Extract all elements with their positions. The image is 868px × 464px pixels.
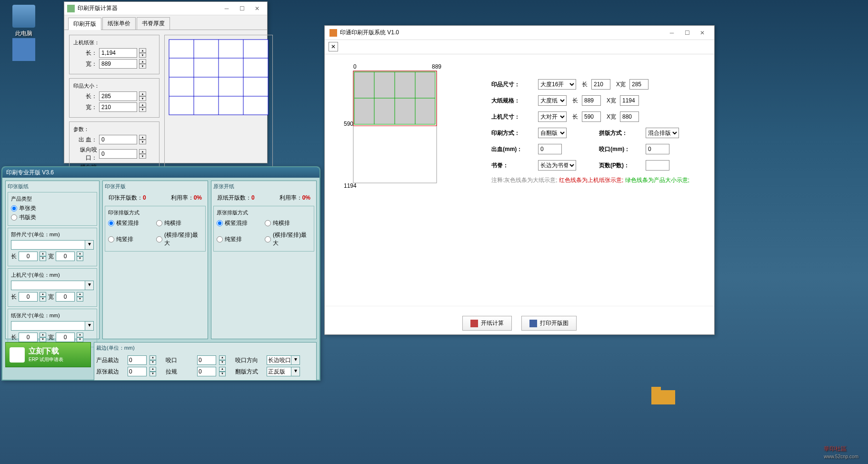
close-button[interactable]: ✕: [695, 28, 709, 38]
spinner[interactable]: ▲▼: [40, 292, 46, 302]
spinner[interactable]: ▲▼: [40, 252, 46, 261]
radio-max[interactable]: [156, 236, 162, 242]
minimize-button[interactable]: ─: [219, 4, 234, 13]
window-professional: 印刷专业开版 V3.6 印张版纸 产品类型 单张类 书版类 部件尺寸(单位：mm…: [1, 166, 320, 381]
input-paper-length[interactable]: [99, 48, 137, 58]
select-machine-preset[interactable]: 大对开: [538, 111, 567, 122]
spinner[interactable]: ▲▼: [77, 292, 83, 302]
spinner[interactable]: ▲▼: [150, 355, 156, 365]
desktop-icon-2[interactable]: [10, 38, 38, 63]
input-machine-l[interactable]: [582, 111, 601, 122]
radio-h[interactable]: [156, 220, 162, 226]
select-print-method[interactable]: 自翻版: [538, 128, 567, 138]
input-paper-w[interactable]: [620, 95, 639, 106]
input-machine-preset[interactable]: [11, 281, 85, 290]
radio-v[interactable]: [108, 236, 114, 242]
input-machine-w[interactable]: [620, 111, 639, 122]
spinner[interactable]: ▲▼: [219, 355, 226, 365]
input-paper-l[interactable]: [582, 95, 601, 106]
select-impose-method[interactable]: 混合排版: [646, 128, 679, 138]
input-product-l[interactable]: [591, 79, 610, 90]
input-grip[interactable]: [197, 355, 216, 365]
tab-spine[interactable]: 书脊厚度: [137, 17, 170, 30]
input-bleed[interactable]: [538, 144, 562, 154]
spinner[interactable]: ▲▼: [139, 91, 146, 101]
input-machine-w[interactable]: [56, 292, 75, 302]
print-button[interactable]: 打印开版图: [521, 316, 577, 331]
input-vgrip[interactable]: [99, 149, 137, 159]
spinner[interactable]: ▲▼: [139, 135, 146, 144]
maximize-button[interactable]: ☐: [680, 28, 694, 38]
input-pages[interactable]: [646, 160, 669, 171]
dropdown-button[interactable]: ▾: [85, 240, 94, 250]
radio-label: 纯竖排: [116, 235, 133, 243]
dropdown-button[interactable]: ▾: [85, 321, 94, 331]
select-paper-preset[interactable]: 大度纸: [538, 95, 567, 106]
select-product-preset[interactable]: 大度16开: [538, 79, 576, 90]
close-button[interactable]: ✕: [250, 4, 264, 13]
dropdown-button[interactable]: ▾: [291, 355, 300, 365]
label-product-size: 印品尺寸：: [491, 81, 534, 89]
label-vgrip: 纵向咬口：: [73, 146, 97, 162]
input-part-l[interactable]: [19, 252, 38, 261]
spinner[interactable]: ▲▼: [150, 367, 156, 376]
label-pages: 页数(P数)：: [599, 161, 642, 170]
input-product-w[interactable]: [629, 79, 649, 90]
select-grip-dir[interactable]: [267, 355, 291, 365]
spinner[interactable]: ▲▼: [139, 102, 146, 112]
spinner[interactable]: ▲▼: [139, 59, 146, 69]
scissors-icon: [470, 320, 478, 327]
input-part-preset[interactable]: [11, 240, 85, 250]
titlebar[interactable]: 印刷专业开版 V3.6: [2, 167, 319, 178]
input-bleed[interactable]: [99, 135, 137, 144]
taskbar-folder-icon[interactable]: [649, 383, 678, 407]
download-button[interactable]: 立刻下载ERP 试用申请表: [5, 342, 91, 367]
group-label: 印品大小：: [73, 82, 155, 90]
maximize-button[interactable]: ☐: [235, 4, 249, 13]
radio-label: 单张类: [19, 204, 36, 212]
input-paper-preset[interactable]: [11, 321, 85, 331]
spinner[interactable]: ▲▼: [77, 333, 83, 342]
radio-book[interactable]: [11, 214, 17, 221]
spinner[interactable]: ▲▼: [139, 48, 146, 58]
input-product-margin[interactable]: [128, 355, 147, 365]
close-tool-button[interactable]: ✕: [329, 42, 338, 51]
window-title: 印刷专业开版 V3.6: [6, 169, 54, 177]
tab-imposition[interactable]: 印刷开版: [68, 18, 101, 30]
spinner[interactable]: ▲▼: [139, 149, 146, 159]
group-label: 产品类型: [11, 195, 94, 202]
select-flip[interactable]: [267, 367, 291, 376]
radio-mix[interactable]: [217, 220, 223, 226]
radio-v[interactable]: [217, 236, 223, 242]
input-grip[interactable]: [646, 144, 669, 154]
radio-mix[interactable]: [108, 220, 114, 226]
input-product-width[interactable]: [99, 102, 137, 112]
input-part-w[interactable]: [56, 252, 75, 261]
dropdown-button[interactable]: ▾: [85, 281, 94, 290]
group-arrange-method: 原张排版方式 横竖混排 纯横排 纯竖排 (横排/竖排)最大: [213, 206, 314, 252]
input-paper-w[interactable]: [56, 333, 75, 342]
titlebar[interactable]: 印刷开版计算器 ─ ☐ ✕: [64, 2, 267, 15]
input-paper-width[interactable]: [99, 59, 137, 69]
minimize-button[interactable]: ─: [665, 28, 679, 38]
stat-value: 0%: [302, 194, 310, 201]
dropdown-button[interactable]: ▾: [291, 367, 300, 376]
select-spine[interactable]: 长边为书脊: [538, 160, 576, 171]
input-product-length[interactable]: [99, 91, 137, 101]
input-paper-l[interactable]: [19, 333, 38, 342]
titlebar[interactable]: 印通印刷开版系统 V1.0 ─☐✕: [325, 26, 714, 40]
spinner[interactable]: ▲▼: [40, 333, 46, 342]
input-pull[interactable]: [197, 367, 216, 376]
radio-h[interactable]: [265, 220, 271, 226]
radio-max[interactable]: [265, 236, 271, 242]
input-machine-l[interactable]: [19, 292, 38, 302]
label-impose-method: 拼版方式：: [599, 129, 642, 137]
input-orig-margin[interactable]: [128, 367, 147, 376]
label-spine: 书脊：: [491, 161, 534, 170]
spinner[interactable]: ▲▼: [219, 367, 226, 376]
tab-paper-price[interactable]: 纸张单价: [102, 17, 136, 30]
spinner[interactable]: ▲▼: [77, 252, 83, 261]
desktop-icon-computer[interactable]: 此电脑: [10, 5, 38, 38]
calculate-button[interactable]: 开纸计算: [462, 316, 512, 331]
radio-single[interactable]: [11, 205, 17, 212]
